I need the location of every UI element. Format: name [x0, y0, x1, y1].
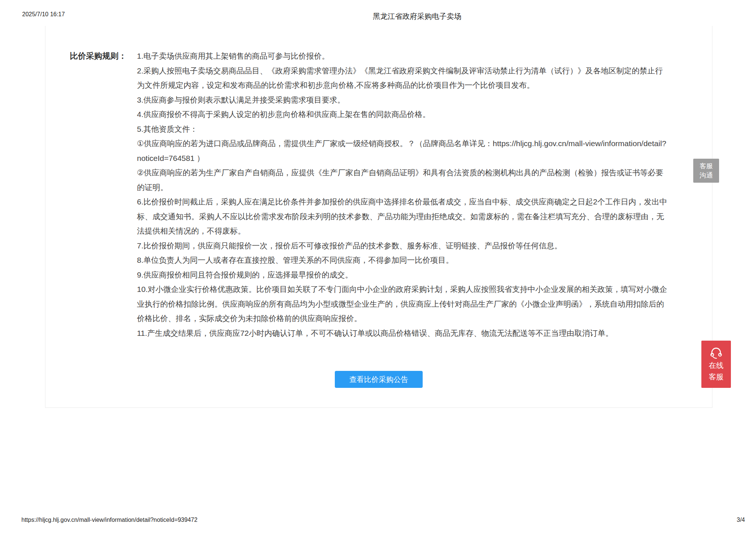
rule-item: 8.单位负责人为同一人或者存在直接控股、管理关系的不同供应商，不得参加同一比价项…	[137, 253, 669, 268]
rule-item: 11.产生成交结果后，供应商应72小时内确认订单，不可不确认订单或以商品价格错误…	[137, 326, 669, 341]
headset-icon	[709, 345, 723, 360]
rule-item: 5.其他资质文件：	[137, 122, 669, 137]
print-timestamp: 2025/7/10 16:17	[22, 11, 65, 18]
rules-section-label: 比价采购规则：	[70, 49, 137, 340]
service-badge-line2: 客服	[709, 371, 724, 383]
rule-item: 2.采购人按照电子卖场交易商品品目、《政府采购需求管理办法》《黑龙江省政府采购文…	[137, 63, 669, 93]
rules-section: 比价采购规则： 1.电子卖场供应商用其上架销售的商品可参与比价报价。 2.采购人…	[45, 26, 712, 340]
chat-badge-line1: 客服	[700, 162, 713, 171]
rule-item: 10.对小微企业实行价格优惠政策。比价项目如关联了不专门面向中小企业的政府采购计…	[137, 282, 669, 326]
online-service-button[interactable]: 在线 客服	[701, 341, 731, 388]
rule-item: 7.比价报价期间，供应商只能报价一次，报价后不可修改报价产品的技术参数、服务标准…	[137, 238, 669, 253]
print-title: 黑龙江省政府采购电子卖场	[373, 11, 461, 21]
chat-badge-line2: 沟通	[700, 171, 713, 180]
rule-item: ②供应商响应的若为生产厂家自产自销商品，应提供《生产厂家自产自销商品证明》和具有…	[137, 165, 669, 194]
rule-item: 9.供应商报价相同且符合报价规则的，应选择最早报价的成交。	[137, 268, 669, 282]
rule-item: 3.供应商参与报价则表示默认满足并接受采购需求项目要求。	[137, 93, 669, 107]
rule-item: 4.供应商报价不得高于采购人设定的初步意向价格和供应商上架在售的同款商品价格。	[137, 107, 669, 122]
content-panel: 比价采购规则： 1.电子卖场供应商用其上架销售的商品可参与比价报价。 2.采购人…	[45, 26, 712, 408]
page-indicator: 3/4	[737, 517, 745, 523]
chat-badge[interactable]: 客服 沟通	[693, 159, 719, 183]
rule-item: 6.比价报价时间截止后，采购人应在满足比价条件并参加报价的供应商中选择排名价最低…	[137, 194, 669, 238]
rules-list: 1.电子卖场供应商用其上架销售的商品可参与比价报价。 2.采购人按照电子卖场交易…	[137, 49, 669, 340]
service-badge-line1: 在线	[709, 360, 724, 371]
print-url: https://hljcg.hlj.gov.cn/mall-view/infor…	[21, 517, 197, 523]
rule-item: ①供应商响应的若为进口商品或品牌商品，需提供生产厂家或一级经销商授权。？（品牌商…	[137, 136, 669, 165]
rule-item: 1.电子卖场供应商用其上架销售的商品可参与比价报价。	[137, 49, 669, 63]
view-notice-button[interactable]: 查看比价采购公告	[335, 371, 423, 388]
